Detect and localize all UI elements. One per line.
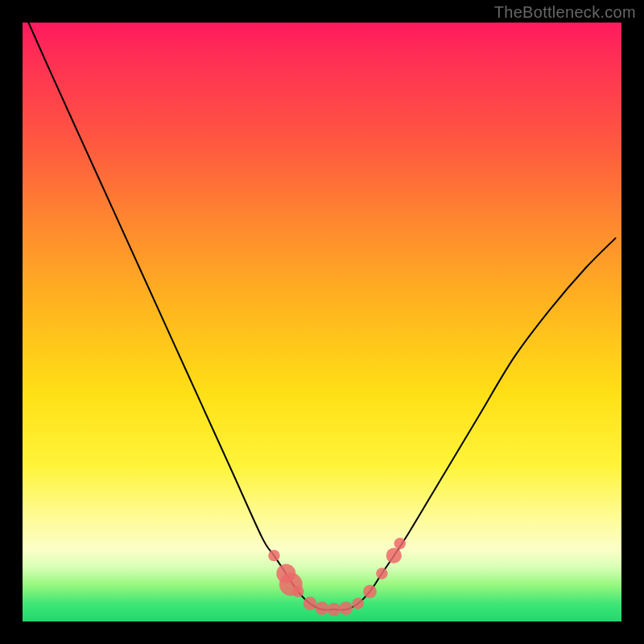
curve-marker <box>339 601 353 615</box>
bottleneck-curve <box>28 23 615 610</box>
curve-marker <box>394 538 406 549</box>
curve-marker <box>327 603 341 617</box>
curve-marker <box>386 548 402 564</box>
curve-marker <box>363 584 377 598</box>
curve-marker <box>376 568 387 579</box>
curve-marker <box>316 601 329 615</box>
chart-plot-area <box>23 23 621 621</box>
chart-frame: TheBottleneck.com <box>0 0 644 644</box>
curve-marker <box>303 597 317 610</box>
watermark-text: TheBottleneck.com <box>494 3 636 22</box>
curve-marker <box>268 550 279 561</box>
curve-marker <box>292 586 303 597</box>
chart-svg <box>23 23 621 621</box>
curve-marker <box>352 597 363 609</box>
marker-group <box>268 538 406 616</box>
